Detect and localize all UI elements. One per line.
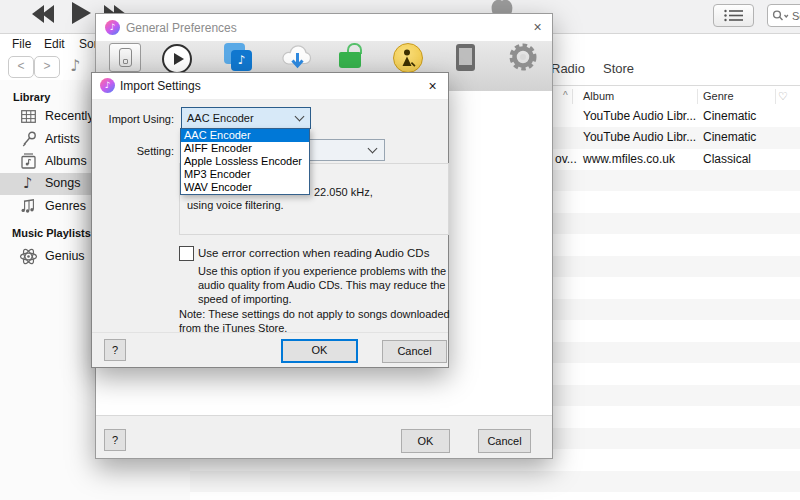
details-line1: 22.050 kHz, — [314, 185, 373, 199]
playback-tab-icon[interactable] — [162, 44, 192, 74]
general-icon — [119, 48, 132, 67]
menu-edit[interactable]: Edit — [44, 37, 65, 51]
sidebar-item-label: Songs — [45, 176, 80, 190]
column-header-album[interactable]: Album — [583, 90, 614, 102]
sharing-tab-icon[interactable]: ♪ — [224, 43, 255, 73]
import-using-label: Import Using: — [106, 112, 174, 126]
sidebar-item-label: Artists — [45, 132, 80, 146]
details-line2: using voice filtering. — [187, 198, 284, 212]
sidebar-library-header: Library — [13, 91, 50, 103]
itunes-window: Search File Edit Song < > ♪ Library Rece… — [0, 0, 800, 500]
tab-store[interactable]: Store — [603, 61, 634, 76]
error-correction-help-text: Use this option if you experience proble… — [198, 264, 454, 306]
forward-button[interactable]: > — [34, 56, 60, 78]
general-preferences-titlebar[interactable]: ♪ General Preferences × — [96, 14, 552, 41]
import-using-value: AAC Encoder — [187, 111, 254, 125]
sort-indicator[interactable]: ^ — [563, 90, 568, 101]
music-note-icon: ♪ — [23, 174, 33, 192]
column-separator[interactable] — [775, 89, 776, 104]
cell-name-fragment: ov... — [555, 152, 577, 166]
import-settings-dialog: ♪ Import Settings × Import Using: AAC En… — [91, 72, 449, 368]
cell-album: YouTube Audio Libr... — [583, 109, 696, 123]
parental-tab-icon[interactable] — [393, 43, 423, 73]
error-correction-checkbox[interactable] — [179, 246, 194, 261]
general-tab-button[interactable] — [109, 43, 141, 72]
import-settings-titlebar[interactable]: ♪ Import Settings × — [92, 73, 448, 100]
sidebar-item-label: Genius — [45, 249, 85, 263]
cell-genre: Cinematic — [703, 130, 756, 144]
menu-file[interactable]: File — [12, 37, 31, 51]
chevron-down-icon — [368, 144, 378, 154]
view-switcher-button[interactable] — [713, 4, 754, 27]
grid-icon — [21, 110, 36, 123]
dropdown-option-aiff[interactable]: AIFF Encoder — [181, 142, 309, 155]
close-icon[interactable]: × — [523, 14, 552, 41]
setting-label: Setting: — [106, 144, 174, 158]
ok-button[interactable]: OK — [401, 429, 450, 453]
cell-album: www.mfiles.co.uk — [583, 152, 675, 166]
help-button[interactable]: ? — [104, 339, 126, 361]
error-correction-label[interactable]: Use error correction when reading Audio … — [198, 246, 429, 260]
itunes-app-icon: ♪ — [105, 20, 120, 35]
itunes-app-icon: ♪ — [100, 78, 115, 93]
dialog-title: Import Settings — [120, 79, 201, 93]
dialog-title: General Preferences — [126, 21, 237, 35]
dropdown-option-aac[interactable]: AAC Encoder — [181, 129, 309, 142]
tab-radio[interactable]: Radio — [551, 61, 585, 76]
dropdown-option-wav[interactable]: WAV Encoder — [181, 181, 309, 194]
sidebar-playlists-header-label: Music Playlists — [12, 227, 91, 239]
import-using-select[interactable]: AAC Encoder — [181, 107, 311, 129]
cancel-button[interactable]: Cancel — [478, 429, 531, 453]
list-view-icon — [723, 9, 745, 22]
help-button[interactable]: ? — [104, 429, 126, 451]
cell-genre: Cinematic — [703, 109, 756, 123]
back-button[interactable]: < — [8, 56, 34, 78]
column-header-love[interactable]: ♡ — [778, 90, 788, 103]
play-button[interactable] — [72, 2, 91, 28]
search-input[interactable]: Search — [767, 4, 800, 27]
ok-button[interactable]: OK — [281, 339, 358, 363]
devices-tab-icon[interactable] — [456, 44, 475, 71]
search-icon — [772, 9, 790, 23]
note-text: Note: These settings do not apply to son… — [179, 307, 455, 335]
search-placeholder: Search — [792, 10, 800, 22]
cell-album: YouTube Audio Libr... — [583, 130, 696, 144]
microphone-icon — [21, 131, 37, 148]
divider — [96, 415, 552, 416]
cell-genre: Classical — [703, 152, 751, 166]
column-header-genre[interactable]: Genre — [703, 90, 734, 102]
advanced-tab-icon[interactable] — [507, 42, 539, 78]
genres-icon — [20, 198, 37, 214]
encoder-dropdown-list: AAC Encoder AIFF Encoder Apple Lossless … — [180, 128, 310, 195]
dropdown-option-mp3[interactable]: MP3 Encoder — [181, 168, 309, 181]
dropdown-option-apple-lossless[interactable]: Apple Lossless Encoder — [181, 155, 309, 168]
sidebar-item-label: Genres — [45, 199, 86, 213]
store-tab-icon[interactable] — [339, 43, 369, 68]
sidebar-playlists-header[interactable]: Music Playlists — [12, 227, 103, 239]
column-separator[interactable] — [572, 89, 573, 104]
rewind-button[interactable] — [32, 5, 54, 27]
divider — [92, 332, 448, 333]
album-icon — [21, 153, 36, 169]
chevron-down-icon — [295, 112, 305, 122]
sidebar-item-label: Albums — [45, 154, 87, 168]
column-separator[interactable] — [697, 89, 698, 104]
cancel-button[interactable]: Cancel — [382, 340, 447, 363]
close-icon[interactable]: × — [417, 73, 448, 99]
atom-icon — [19, 247, 38, 266]
media-kind-note-icon[interactable]: ♪ — [70, 56, 80, 75]
